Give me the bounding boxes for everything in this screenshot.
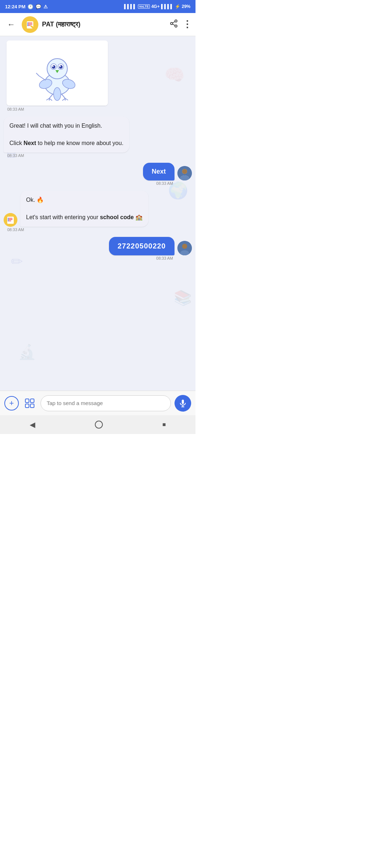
svg-point-47 [8,219,9,220]
alarm-icon: 🕐 [28,4,33,9]
svg-point-11 [175,25,177,27]
svg-line-26 [49,94,53,98]
svg-point-50 [182,244,187,249]
svg-point-46 [8,218,9,219]
svg-point-19 [59,65,63,69]
svg-point-59 [95,421,102,428]
svg-point-18 [52,65,55,69]
svg-point-39 [182,169,187,174]
grid-button[interactable] [22,396,37,410]
chat-content: 08:33 AM Great! I will chat with you in … [4,41,192,265]
school-msg-timestamp: 08:33 AM [7,227,192,232]
share-icon[interactable] [169,19,178,30]
nav-bar: ◀ ■ [0,415,196,434]
svg-line-27 [46,98,49,100]
bot-message-school: Ok. 🔥 Let's start with entering your sch… [4,191,192,227]
bg-deco-6: 📚 [174,289,192,306]
status-right: ▌▌▌▌ VoLTE 4G+ ▌▌▌▌ ⚡ 29% [124,4,190,9]
svg-point-20 [52,65,54,67]
network-type: 4G+ [151,4,160,9]
user-avatar-2 [177,241,192,255]
bot-message-english: Great! I will chat with you in English. … [4,116,192,153]
chat-area: ⚽ 🧠 🖥 🌍 ✏ 📚 🔬 [0,36,196,391]
svg-line-34 [39,76,46,80]
warning-icon: ⚠ [43,4,48,9]
bot-bubble-english: Great! I will chat with you in English. … [4,116,129,153]
svg-rect-42 [7,217,14,224]
message-input[interactable] [41,395,171,411]
svg-line-13 [173,21,175,23]
bg-deco-7: 🔬 [18,344,36,361]
app-bar: ← PAT (महाराष्ट्र) ⋮ [0,13,196,36]
svg-point-5 [27,22,28,24]
user-avatar-1 [177,166,192,180]
battery-icon: ⚡ [175,4,180,9]
svg-point-6 [27,24,28,25]
app-bar-icons: ⋮ [169,19,191,30]
signal-icon: ▌▌▌▌ [124,4,136,9]
battery-level: 29% [182,4,190,9]
status-left: 12:24 PM 🕐 💬 ⚠ [5,4,48,9]
mic-button[interactable] [175,395,191,412]
svg-line-29 [49,98,52,101]
svg-point-48 [8,220,9,221]
svg-point-21 [59,65,61,67]
chat-avatar [22,16,38,33]
svg-rect-53 [30,399,34,403]
user-bubble-code[interactable]: 27220500220 [109,237,175,255]
status-bar: 12:24 PM 🕐 💬 ⚠ ▌▌▌▌ VoLTE 4G+ ▌▌▌▌ ⚡ 29% [0,0,196,13]
svg-line-35 [36,73,39,76]
nav-recent-button[interactable]: ■ [162,421,166,428]
app-title: PAT (महाराष्ट्र) [42,21,166,28]
bottom-bar: + [0,391,196,415]
code-reply-timestamp: 08:33 AM [4,256,173,260]
next-reply-timestamp: 08:33 AM [4,181,173,186]
english-msg-timestamp: 08:33 AM [7,153,192,158]
signal-icon-2: ▌▌▌▌ [161,4,173,9]
mascot-bubble [7,41,108,106]
nav-home-button[interactable] [94,420,103,429]
svg-point-10 [171,22,173,25]
svg-rect-54 [25,404,29,408]
nav-back-button[interactable]: ◀ [30,420,35,429]
svg-point-7 [27,25,28,26]
svg-point-9 [175,20,177,22]
volte-icon: VoLTE [138,4,150,9]
svg-point-25 [54,88,61,101]
svg-line-30 [62,94,65,98]
bot-bubble-school: Ok. 🔥 Let's start with entering your sch… [20,191,148,227]
svg-rect-52 [25,399,29,403]
user-bubble-next[interactable]: Next [143,163,175,180]
status-time: 12:24 PM [5,4,25,9]
svg-point-15 [47,59,67,79]
mascot-timestamp: 08:33 AM [7,107,192,111]
bot-avatar [4,213,17,227]
svg-line-33 [65,98,68,100]
more-icon[interactable]: ⋮ [182,19,191,30]
mascot-image [7,41,108,106]
sms-icon: 💬 [35,4,41,9]
bot-text-1: Great! I will chat with you in English. [9,123,102,129]
user-message-code: 27220500220 [4,237,192,255]
bot-ok-text: Ok. 🔥 [26,197,44,203]
bot-school-text: Let's start with entering your school co… [26,214,143,220]
add-button[interactable]: + [4,396,19,410]
svg-rect-56 [182,400,184,404]
user-message-next: Next [4,163,192,180]
bot-text-2: Click Next to help me know more about yo… [9,140,123,146]
svg-rect-55 [30,404,34,408]
svg-line-12 [173,24,175,25]
back-button[interactable]: ← [4,18,18,31]
svg-line-31 [62,98,65,101]
